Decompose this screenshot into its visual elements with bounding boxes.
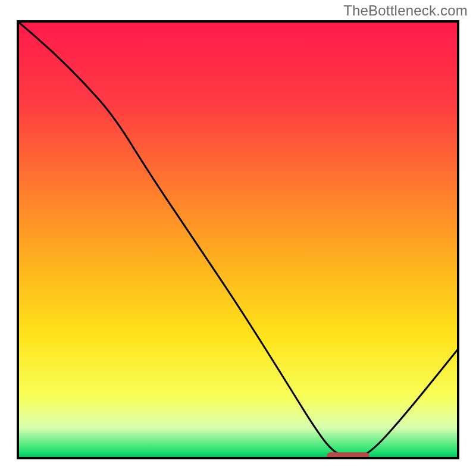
watermark-text: TheBottleneck.com	[343, 2, 468, 19]
bottleneck-chart: TheBottleneck.com	[0, 0, 476, 476]
plot-svg	[0, 0, 476, 476]
gradient-background	[18, 21, 458, 458]
